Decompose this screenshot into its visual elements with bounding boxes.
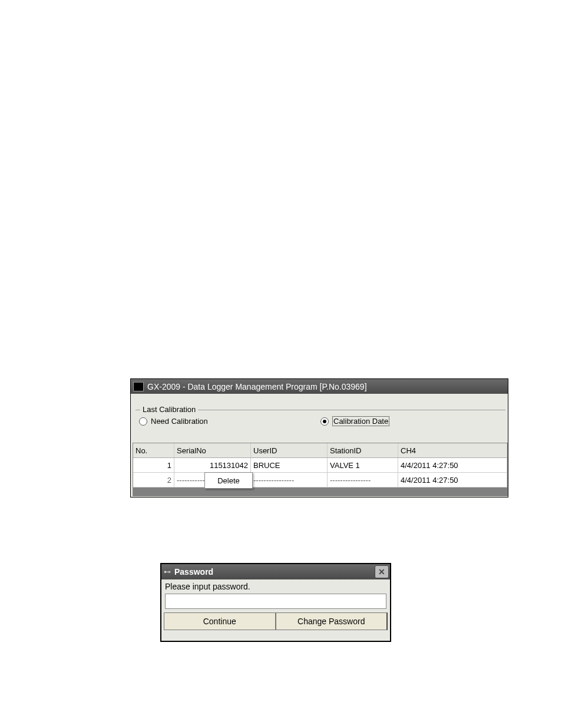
group-legend: Last Calibration (140, 405, 198, 414)
cell: 4/4/2011 4:27:50 (398, 458, 507, 472)
dialog-title: Password (174, 567, 213, 577)
radio-label: Calibration Date (332, 416, 389, 426)
table-row[interactable]: 1 115131042 BRUCE VALVE 1 4/4/2011 4:27:… (133, 458, 507, 473)
cell: 2 (133, 473, 174, 487)
key-icon: ⊷ (164, 568, 171, 576)
password-prompt: Please input password. (161, 579, 390, 594)
cell: BRUCE (251, 458, 328, 472)
radio-label: Need Calibration (151, 417, 208, 426)
change-password-button[interactable]: Change Password (276, 612, 388, 630)
col-user[interactable]: UserID (251, 443, 328, 457)
context-menu-delete[interactable]: Delete (204, 472, 253, 489)
table-footer (133, 487, 507, 496)
calibration-table[interactable]: No. SerialNo UserID StationID CH4 1 1151… (133, 443, 508, 496)
continue-button[interactable]: Continue (164, 612, 276, 630)
password-dialog: ⊷ Password ✕ Please input password. Cont… (160, 563, 391, 642)
cell: VALVE 1 (328, 458, 398, 472)
table-header: No. SerialNo UserID StationID CH4 (133, 443, 507, 458)
data-logger-window: GX-2009 - Data Logger Management Program… (130, 378, 508, 498)
cell: 4/4/2011 4:27:50 (398, 473, 507, 487)
col-ch4[interactable]: CH4 (398, 443, 507, 457)
col-serial[interactable]: SerialNo (174, 443, 251, 457)
titlebar: ⊷ Password ✕ (161, 564, 390, 579)
cell: ---------------- (328, 473, 398, 487)
cell: 115131042 (174, 458, 251, 472)
radio-icon (139, 417, 147, 426)
cell: ---------------- (251, 473, 328, 487)
radio-icon (320, 417, 329, 426)
window-title: GX-2009 - Data Logger Management Program… (147, 382, 367, 391)
col-no[interactable]: No. (133, 443, 174, 457)
button-row: Continue Change Password (164, 612, 388, 630)
app-icon (133, 382, 144, 391)
col-station[interactable]: StationID (328, 443, 398, 457)
close-button[interactable]: ✕ (375, 565, 389, 578)
titlebar: GX-2009 - Data Logger Management Program… (131, 379, 508, 394)
password-input[interactable] (165, 594, 386, 609)
table-row[interactable]: 2 ----------- ---------------- ---------… (133, 473, 507, 487)
radio-calibration-date[interactable]: Calibration Date (320, 416, 502, 426)
radio-need-calibration[interactable]: Need Calibration (139, 416, 320, 426)
cell: 1 (133, 458, 174, 472)
last-calibration-group: Last Calibration Need Calibration Calibr… (135, 410, 505, 440)
